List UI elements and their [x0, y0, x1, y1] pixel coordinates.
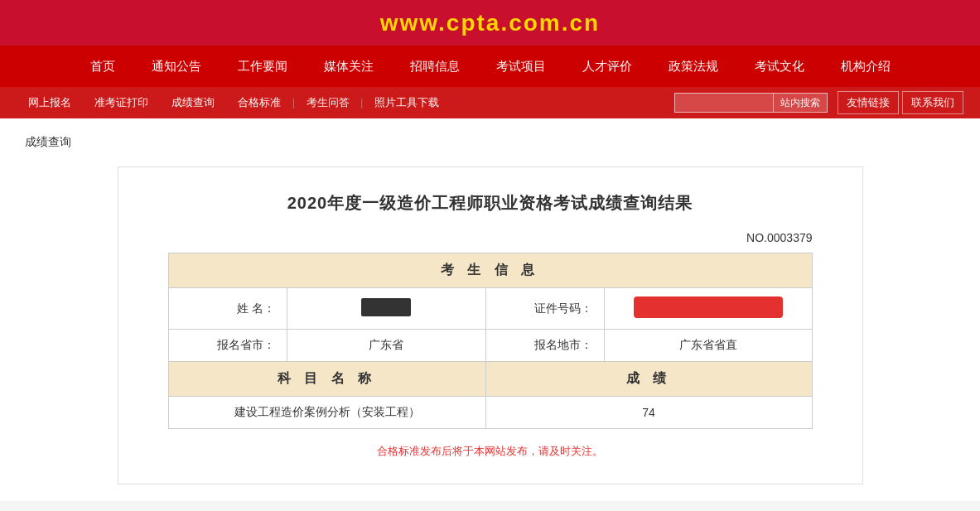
notice-text: 合格标准发布后将于本网站发布，请及时关注。 [168, 444, 813, 459]
province-label: 报名省市： [168, 330, 287, 362]
top-banner: www.cpta.com.cn [0, 0, 980, 46]
result-title: 2020年度一级造价工程师职业资格考试成绩查询结果 [168, 192, 813, 215]
no-label: NO. [746, 231, 767, 244]
subject-col-header: 科 目 名 称 [168, 362, 485, 397]
subject-name-0: 建设工程造价案例分析（安装工程） [168, 397, 485, 429]
no-value: 0003379 [767, 231, 813, 244]
nav-recruit[interactable]: 招聘信息 [392, 46, 478, 87]
city-label: 报名地市： [485, 330, 605, 362]
content-area: 成绩查询 2020年度一级造价工程师职业资格考试成绩查询结果 NO.000337… [0, 118, 980, 501]
sub-nav-links[interactable]: 友情链接 [838, 91, 899, 114]
nav-culture[interactable]: 考试文化 [736, 46, 823, 87]
sub-navigation: 网上报名 准考证打印 成绩查询 合格标准 | 考生问答 | 照片工具下载 站内搜… [0, 87, 980, 118]
domain-text: www.cpta.com.cn [380, 10, 600, 36]
score-col-header: 成 绩 [485, 362, 812, 397]
sub-nav-score[interactable]: 成绩查询 [160, 87, 226, 118]
nav-news[interactable]: 工作要闻 [220, 46, 306, 87]
result-table: 考 生 信 息 姓 名： 证件号码： 报名省市： 广东省 [168, 253, 813, 429]
city-value: 广东省省直 [605, 330, 812, 362]
name-label: 姓 名： [168, 288, 287, 330]
sub-nav-left: 网上报名 准考证打印 成绩查询 合格标准 | 考生问答 | 照片工具下载 [17, 87, 674, 118]
province-value: 广东省 [287, 330, 485, 362]
breadcrumb: 成绩查询 [25, 135, 955, 150]
nav-exam[interactable]: 考试项目 [478, 46, 564, 87]
subject-header-row: 科 目 名 称 成 绩 [168, 362, 812, 397]
nav-media[interactable]: 媒体关注 [306, 46, 392, 87]
id-redacted [634, 296, 783, 318]
main-navigation: 首页 通知公告 工作要闻 媒体关注 招聘信息 考试项目 人才评价 政策法规 考试… [0, 46, 980, 87]
search-box: 站内搜索 [674, 93, 828, 113]
subject-score-0: 74 [485, 397, 812, 429]
name-value [287, 288, 485, 330]
subject-row-0: 建设工程造价案例分析（安装工程） 74 [168, 397, 812, 429]
sub-nav-register[interactable]: 网上报名 [17, 87, 83, 118]
sub-nav-right: 站内搜索 友情链接 联系我们 [674, 91, 963, 114]
id-label: 证件号码： [485, 288, 605, 330]
search-input[interactable] [674, 93, 774, 113]
sub-nav-standard[interactable]: 合格标准 [226, 87, 292, 118]
nav-home[interactable]: 首页 [72, 46, 133, 87]
nav-about[interactable]: 机构介绍 [823, 46, 909, 87]
sub-nav-photo[interactable]: 照片工具下载 [363, 87, 451, 118]
student-info-header: 考 生 信 息 [168, 253, 812, 288]
result-container: 2020年度一级造价工程师职业资格考试成绩查询结果 NO.0003379 考 生… [118, 166, 863, 484]
search-button[interactable]: 站内搜索 [774, 93, 828, 113]
nav-policy[interactable]: 政策法规 [650, 46, 736, 87]
sub-nav-qa[interactable]: 考生问答 [295, 87, 361, 118]
id-value [605, 288, 812, 330]
name-row: 姓 名： 证件号码： [168, 288, 812, 330]
location-row: 报名省市： 广东省 报名地市： 广东省省直 [168, 330, 812, 362]
name-redacted [361, 298, 411, 316]
sub-nav-contact[interactable]: 联系我们 [902, 91, 963, 114]
nav-notice[interactable]: 通知公告 [133, 46, 220, 87]
nav-talent[interactable]: 人才评价 [564, 46, 650, 87]
sub-nav-admission[interactable]: 准考证打印 [83, 87, 160, 118]
result-number: NO.0003379 [168, 231, 813, 244]
site-logo: www.cpta.com.cn [380, 10, 600, 36]
